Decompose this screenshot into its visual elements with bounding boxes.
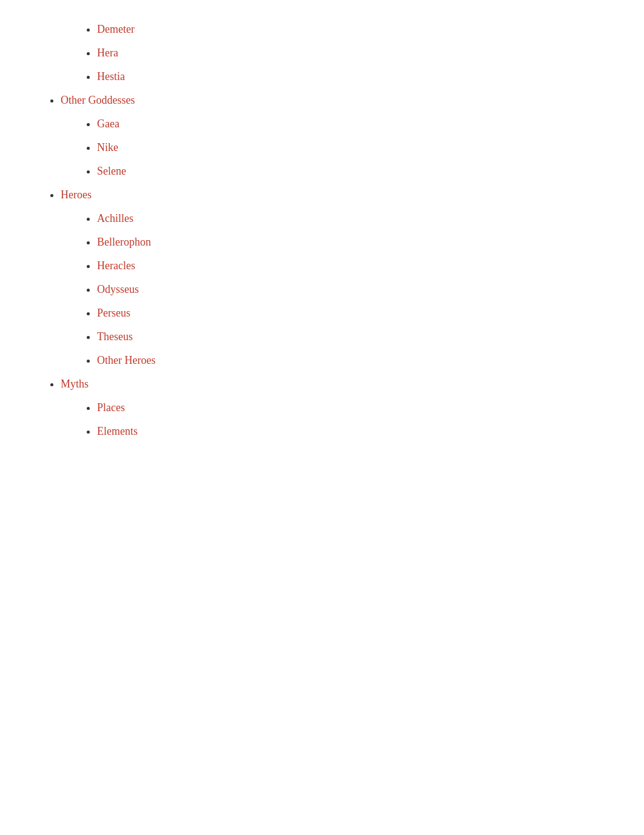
list-item: Theseus: [97, 330, 608, 343]
list-item: Places: [97, 401, 608, 414]
list-item: Bellerophon: [97, 236, 608, 249]
selene-link[interactable]: Selene: [97, 165, 126, 177]
perseus-link[interactable]: Perseus: [97, 307, 130, 319]
list-item: Hera: [97, 47, 608, 59]
list-item: Perseus: [97, 307, 608, 320]
list-item: Gaea: [97, 118, 608, 130]
myths-item: Myths Places Elements: [61, 378, 608, 438]
list-item: Odysseus: [97, 283, 608, 296]
other-goddesses-item: Other Goddesses Gaea Nike Selene: [61, 94, 608, 178]
elements-link[interactable]: Elements: [97, 425, 138, 437]
list-item: Other Heroes: [97, 354, 608, 367]
myths-sublist: Places Elements: [61, 401, 608, 438]
other-heroes-link[interactable]: Other Heroes: [97, 354, 155, 366]
list-item: Demeter: [97, 23, 608, 36]
gaea-link[interactable]: Gaea: [97, 118, 119, 130]
list-item: Elements: [97, 425, 608, 438]
page-content: Demeter Hera Hestia Other Goddesses Gaea…: [0, 0, 644, 461]
heroes-item: Heroes Achilles Bellerophon Heracles Ody…: [61, 189, 608, 367]
places-link[interactable]: Places: [97, 401, 125, 414]
other-goddesses-sublist: Gaea Nike Selene: [61, 118, 608, 178]
olympian-goddesses-sublist: Demeter Hera Hestia: [61, 23, 608, 83]
top-level-list: Demeter Hera Hestia Other Goddesses Gaea…: [36, 23, 608, 438]
heroes-sublist: Achilles Bellerophon Heracles Odysseus P…: [61, 212, 608, 367]
list-item: Heracles: [97, 260, 608, 272]
myths-link[interactable]: Myths: [61, 378, 89, 390]
heroes-link[interactable]: Heroes: [61, 189, 92, 201]
list-item: Selene: [97, 165, 608, 178]
achilles-link[interactable]: Achilles: [97, 212, 133, 224]
demeter-link[interactable]: Demeter: [97, 23, 135, 35]
list-item: Nike: [97, 141, 608, 154]
hestia-link[interactable]: Hestia: [97, 70, 125, 82]
hera-link[interactable]: Hera: [97, 47, 118, 59]
other-goddesses-link[interactable]: Other Goddesses: [61, 94, 135, 106]
heracles-link[interactable]: Heracles: [97, 260, 135, 272]
list-item: Hestia: [97, 70, 608, 83]
nike-link[interactable]: Nike: [97, 141, 118, 153]
list-item: Achilles: [97, 212, 608, 225]
bellerophon-link[interactable]: Bellerophon: [97, 236, 151, 248]
odysseus-link[interactable]: Odysseus: [97, 283, 139, 295]
theseus-link[interactable]: Theseus: [97, 330, 133, 343]
